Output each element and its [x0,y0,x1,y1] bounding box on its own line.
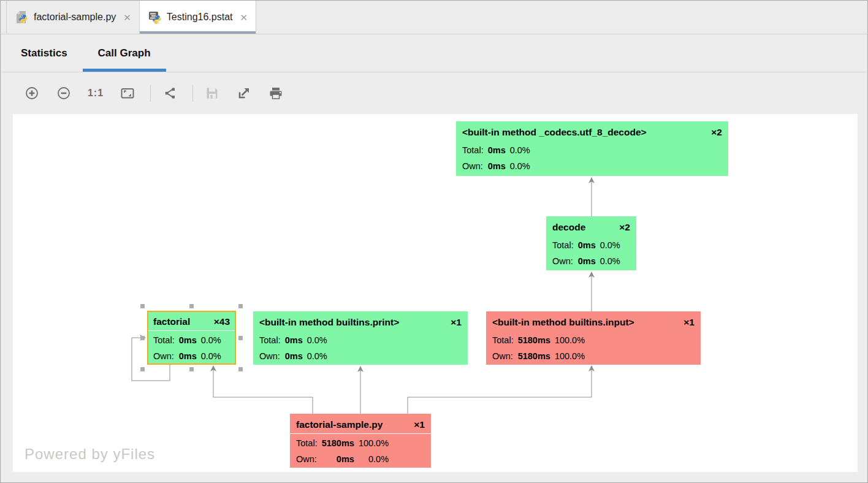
node-stats: Total: 5180ms 100.0% Own: 0ms 0.0% [296,435,425,467]
stat-pct-own: 100.0% [555,348,585,364]
export-icon [236,85,252,101]
canvas-area: Powered by yFiles <built-in method _code… [1,114,867,482]
stat-pct-own: 0.0% [307,348,327,364]
close-icon[interactable]: ✕ [123,13,131,22]
node-stats: Total: 0ms 0.0% Own: 0ms 0.0% [153,332,230,364]
editor-tab-bar: factorial-sample.py ✕ Testin [1,1,867,34]
graph-toolbar: 1:1 [1,72,867,114]
node-title-row: factorial-sample.py ×1 [290,416,431,434]
zoom-in-button[interactable] [23,84,41,102]
selection-handle[interactable] [238,367,243,371]
stat-label-total: Total: [492,332,514,348]
graph-edges [13,114,858,472]
close-icon[interactable]: ✕ [240,13,248,22]
tab-call-graph-label: Call Graph [98,47,151,59]
selection-handle[interactable] [140,367,145,371]
node-title-row: factorial ×43 [148,313,235,331]
profiler-snapshot-icon [148,10,161,25]
node-stats: Total: 0ms 0.0% Own: 0ms 0.0% [462,142,722,174]
stat-label-own: Own: [296,451,318,467]
actual-size-icon: 1:1 [88,88,104,99]
stat-value-own: 0ms [337,451,354,467]
zoom-out-icon [56,85,72,101]
toolbar-separator [150,85,151,102]
zoom-in-icon [24,85,40,101]
tab-testing16-pstat[interactable]: Testing16.pstat ✕ [140,1,256,34]
stat-value-own: 0ms [285,348,303,364]
yfiles-watermark: Powered by yFiles [25,446,155,463]
stat-label-own: Own: [153,348,175,364]
stat-label-own: Own: [462,158,484,174]
stat-pct-own: 0.0% [510,158,530,174]
graph-node-decode[interactable]: decode ×2 Total: 0ms 0.0% Own: 0ms 0.0% [546,216,636,270]
stat-label-own: Own: [259,348,281,364]
stat-label-total: Total: [259,332,281,348]
fit-content-button[interactable] [118,84,137,102]
selection-handle[interactable] [238,304,243,308]
toolbar-separator [192,85,193,102]
call-graph-button[interactable] [161,84,179,102]
node-stats: Total: 0ms 0.0% Own: 0ms 0.0% [552,237,630,269]
call-graph-icon [162,85,178,101]
selection-handle[interactable] [189,367,194,371]
tab-statistics-label: Statistics [21,47,67,59]
selection-handle[interactable] [140,304,145,308]
stat-pct-total: 0.0% [307,332,327,348]
stat-pct-total: 100.0% [555,332,585,348]
node-call-count: ×1 [683,317,695,328]
node-call-count: ×43 [214,316,230,327]
stat-pct-total: 0.0% [510,142,530,158]
zoom-out-button[interactable] [55,84,73,102]
graph-node-factorial[interactable]: factorial ×43 Total: 0ms 0.0% Own: 0ms 0… [147,311,236,365]
export-button[interactable] [235,84,253,102]
save-button [203,84,221,102]
selection-handle[interactable] [189,304,194,308]
save-icon [204,85,220,101]
stat-pct-total: 100.0% [359,435,389,451]
stat-label-own: Own: [492,348,514,364]
graph-node-print[interactable]: <built-in method builtins.print> ×1 Tota… [253,311,468,365]
node-title: factorial-sample.py [296,419,383,430]
node-stats: Total: 5180ms 100.0% Own: 5180ms 100.0% [492,332,695,364]
node-title-row: <built-in method builtins.input> ×1 [492,313,695,331]
node-title: <built-in method builtins.print> [259,317,399,328]
stat-pct-total: 0.0% [600,237,620,253]
node-title-row: decode ×2 [552,218,630,236]
print-button[interactable] [267,84,285,102]
tab-call-graph[interactable]: Call Graph [83,34,166,72]
selection-handle[interactable] [140,336,145,340]
stat-label-total: Total: [153,332,175,348]
stat-value-total: 0ms [488,142,506,158]
tab-statistics[interactable]: Statistics [6,34,83,72]
stat-value-total: 0ms [179,332,197,348]
graph-node-sample[interactable]: factorial-sample.py ×1 Total: 5180ms 100… [290,414,431,468]
node-call-count: ×2 [711,127,722,138]
stat-value-own: 0ms [578,253,596,269]
node-title: decode [552,222,585,233]
node-call-count: ×2 [619,222,630,233]
stat-label-total: Total: [552,237,574,253]
tab-label: Testing16.pstat [167,12,233,23]
graph-node-input[interactable]: <built-in method builtins.input> ×1 Tota… [486,311,701,365]
stat-value-own: 0ms [488,158,506,174]
python-file-icon [15,10,28,25]
graph-node-utf8[interactable]: <built-in method _codecs.utf_8_decode> ×… [456,121,728,176]
tab-factorial-sample-py[interactable]: factorial-sample.py ✕ [6,1,140,34]
graph-edge [408,366,592,414]
stat-pct-own: 0.0% [368,451,389,467]
stat-pct-own: 0.0% [600,253,620,269]
stat-label-total: Total: [296,435,318,451]
node-title: factorial [153,316,190,327]
stat-pct-own: 0.0% [201,348,221,364]
stat-value-total: 0ms [578,237,596,253]
actual-size-button[interactable]: 1:1 [86,84,105,102]
profiler-view-tabs: Statistics Call Graph [1,34,867,72]
stat-value-own: 0ms [179,348,197,364]
node-stats: Total: 0ms 0.0% Own: 0ms 0.0% [259,332,462,364]
stat-label-own: Own: [552,253,574,269]
node-title-row: <built-in method _codecs.utf_8_decode> ×… [462,123,722,141]
node-call-count: ×1 [414,419,425,430]
selection-handle[interactable] [238,336,243,340]
graph-edge [213,366,313,414]
graph-canvas[interactable]: Powered by yFiles <built-in method _code… [13,114,858,472]
